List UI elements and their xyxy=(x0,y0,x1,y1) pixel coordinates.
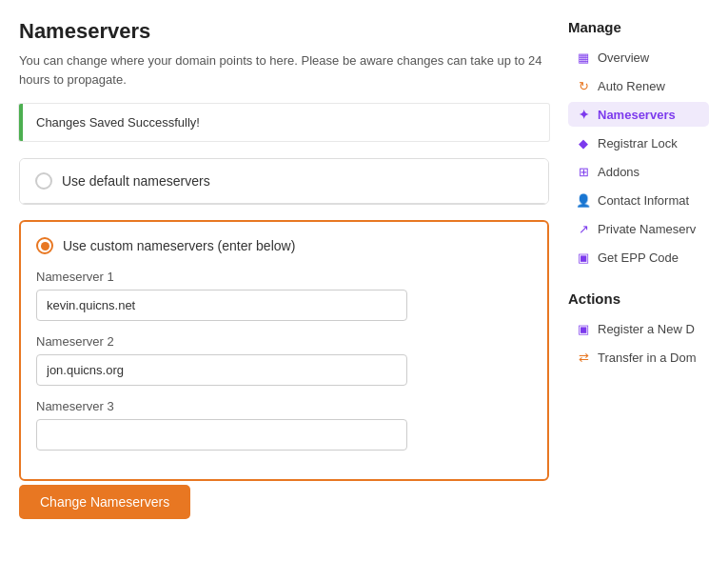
sidebar-actions-nav: ▣ Register a New D ⇄ Transfer in a Dom xyxy=(568,316,709,370)
success-banner: Changes Saved Successfully! xyxy=(19,104,549,141)
sidebar-item-addons[interactable]: ⊞ Addons xyxy=(568,159,709,184)
radio-default[interactable] xyxy=(35,172,52,190)
sidebar-item-register[interactable]: ▣ Register a New D xyxy=(568,316,709,341)
sidebar-item-contact-label: Contact Informat xyxy=(598,193,689,208)
change-nameservers-button[interactable]: Change Nameservers xyxy=(19,485,190,519)
page-description: You can change where your domain points … xyxy=(19,51,549,89)
radio-custom[interactable] xyxy=(36,237,53,254)
option-custom-label: Use custom nameservers (enter below) xyxy=(63,238,295,253)
page-title: Nameservers xyxy=(19,19,549,44)
main-content: Nameservers You can change where your do… xyxy=(19,19,568,542)
nameserver-1-label: Nameserver 1 xyxy=(36,270,532,284)
private-icon: ↗ xyxy=(576,221,591,236)
option-default[interactable]: Use default nameservers xyxy=(20,159,548,204)
sidebar-item-overview[interactable]: ▦ Overview xyxy=(568,45,709,70)
sidebar-item-private[interactable]: ↗ Private Nameserv xyxy=(568,216,709,241)
sidebar-item-registrar[interactable]: ◆ Registrar Lock xyxy=(568,130,709,155)
nameserver-options: Use default nameservers xyxy=(19,158,549,205)
nameserver-2-field: Nameserver 2 xyxy=(36,334,532,386)
nameserver-1-field: Nameserver 1 xyxy=(36,270,532,321)
autorenew-icon: ↻ xyxy=(576,78,591,93)
manage-title: Manage xyxy=(568,19,709,35)
sidebar-item-transfer-label: Transfer in a Dom xyxy=(598,351,697,365)
sidebar-item-autorenew[interactable]: ↻ Auto Renew xyxy=(568,73,709,98)
option-default-label: Use default nameservers xyxy=(62,173,210,189)
sidebar-item-contact[interactable]: 👤 Contact Informat xyxy=(568,188,709,212)
registrar-icon: ◆ xyxy=(576,135,591,150)
sidebar-item-addons-label: Addons xyxy=(598,165,639,179)
contact-icon: 👤 xyxy=(576,192,591,208)
sidebar-item-transfer[interactable]: ⇄ Transfer in a Dom xyxy=(568,345,709,370)
transfer-icon: ⇄ xyxy=(576,350,591,365)
nameserver-3-input[interactable] xyxy=(36,419,407,451)
nameserver-3-field: Nameserver 3 xyxy=(36,399,532,451)
overview-icon: ▦ xyxy=(576,50,591,65)
actions-section: Actions ▣ Register a New D ⇄ Transfer in… xyxy=(568,291,709,370)
sidebar-item-overview-label: Overview xyxy=(598,50,649,65)
actions-title: Actions xyxy=(568,291,709,307)
option-custom-header: Use custom nameservers (enter below) xyxy=(36,237,532,254)
option-custom: Use custom nameservers (enter below) Nam… xyxy=(19,220,549,481)
sidebar-item-autorenew-label: Auto Renew xyxy=(598,79,665,93)
nameserver-1-input[interactable] xyxy=(36,290,407,321)
sidebar-item-private-label: Private Nameserv xyxy=(598,222,696,236)
nameservers-icon: ✦ xyxy=(576,107,591,122)
success-message: Changes Saved Successfully! xyxy=(36,115,200,130)
nameserver-2-label: Nameserver 2 xyxy=(36,334,532,349)
sidebar-item-epp-label: Get EPP Code xyxy=(598,250,679,265)
addons-icon: ⊞ xyxy=(576,164,591,179)
sidebar-item-registrar-label: Registrar Lock xyxy=(598,136,678,150)
nameserver-3-label: Nameserver 3 xyxy=(36,399,532,413)
nameserver-2-input[interactable] xyxy=(36,354,407,386)
radio-custom-inner xyxy=(41,242,49,250)
epp-icon: ▣ xyxy=(576,250,591,265)
sidebar-item-epp[interactable]: ▣ Get EPP Code xyxy=(568,245,709,270)
sidebar: Manage ▦ Overview ↻ Auto Renew ✦ Nameser… xyxy=(568,19,709,542)
sidebar-item-nameservers-label: Nameservers xyxy=(598,108,676,122)
sidebar-manage-nav: ▦ Overview ↻ Auto Renew ✦ Nameservers ◆ xyxy=(568,45,709,270)
sidebar-item-nameservers[interactable]: ✦ Nameservers xyxy=(568,102,709,127)
register-icon: ▣ xyxy=(576,321,591,336)
sidebar-item-register-label: Register a New D xyxy=(598,322,695,336)
